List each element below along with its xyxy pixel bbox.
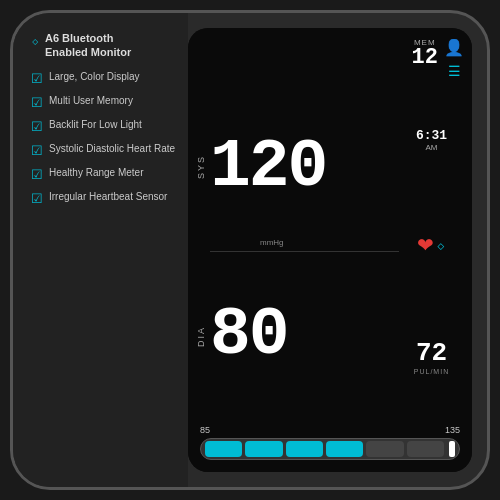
person-icon: 👤 — [444, 38, 464, 57]
list-icon: ☰ — [448, 63, 461, 79]
top-indicators: MEM 12 👤 ☰ — [196, 38, 464, 79]
dia-label: DIA — [196, 326, 206, 347]
right-readings: 6:31 AM ❤ ⬦ 72 PUL/MIN — [399, 83, 464, 419]
feature-healthy: ☑ Healthy Range Meter — [31, 166, 176, 182]
meter-seg-6 — [407, 441, 444, 457]
feature-text-1: Large, Color Display — [49, 70, 140, 84]
meter-bar — [200, 438, 460, 460]
check-icon-6: ☑ — [31, 191, 43, 206]
memory-box: MEM 12 — [412, 38, 438, 69]
brand-row: ⬦ A6 Bluetooth Enabled Monitor — [31, 31, 176, 60]
feature-readings: ☑ Systolic Diastolic Heart Rate — [31, 142, 176, 158]
meter-label-low: 85 — [200, 425, 210, 435]
meter-seg-2 — [245, 441, 282, 457]
systolic-section: 120 mmHg — [210, 83, 399, 252]
meter-seg-4 — [326, 441, 363, 457]
lcd-screen: MEM 12 👤 ☰ SYS DIA 120 — [188, 28, 472, 472]
bluetooth-icon: ⬦ — [31, 32, 39, 48]
meter-seg-1 — [205, 441, 242, 457]
feature-text-4: Systolic Diastolic Heart Rate — [49, 142, 175, 156]
display-panel: MEM 12 👤 ☰ SYS DIA 120 — [188, 28, 472, 472]
feature-text-6: Irregular Heartbeat Sensor — [49, 190, 167, 204]
pulse-value: 72 — [414, 338, 449, 368]
bluetooth-display-icon: ⬦ — [436, 236, 446, 254]
feature-heartbeat: ☑ Irregular Heartbeat Sensor — [31, 190, 176, 206]
meter-label-high: 135 — [445, 425, 460, 435]
check-icon-5: ☑ — [31, 167, 43, 182]
icon-column: 👤 ☰ — [444, 38, 464, 79]
heart-icon: ❤ — [417, 233, 434, 257]
time-display: 6:31 — [416, 128, 447, 143]
brand-title: A6 Bluetooth Enabled Monitor — [45, 31, 131, 60]
numbers-column: 120 mmHg 80 — [210, 83, 399, 419]
mmhg-label: mmHg — [260, 238, 284, 247]
range-meter: 85 135 — [196, 419, 464, 464]
systolic-value: 120 — [210, 133, 326, 201]
readings-area: SYS DIA 120 mmHg 80 6:31 — [196, 83, 464, 419]
feature-panel: ⬦ A6 Bluetooth Enabled Monitor ☑ Large, … — [13, 13, 188, 487]
am-label: AM — [416, 143, 447, 152]
heart-section: ❤ ⬦ — [417, 233, 446, 257]
feature-text-3: Backlit For Low Light — [49, 118, 142, 132]
sys-label: SYS — [196, 155, 206, 179]
feature-text-2: Multi User Memory — [49, 94, 133, 108]
meter-indicator — [449, 441, 455, 457]
time-box: 6:31 AM — [416, 128, 447, 152]
check-icon-3: ☑ — [31, 119, 43, 134]
meter-seg-5 — [366, 441, 403, 457]
diastolic-section: 80 — [210, 252, 399, 420]
diastolic-value: 80 — [210, 301, 288, 369]
blood-pressure-monitor: ⬦ A6 Bluetooth Enabled Monitor ☑ Large, … — [10, 10, 490, 490]
label-column: SYS DIA — [196, 83, 210, 419]
mem-value: 12 — [412, 47, 438, 69]
meter-seg-3 — [286, 441, 323, 457]
meter-labels: 85 135 — [200, 425, 460, 435]
feature-multi-user: ☑ Multi User Memory — [31, 94, 176, 110]
feature-text-5: Healthy Range Meter — [49, 166, 144, 180]
feature-large-display: ☑ Large, Color Display — [31, 70, 176, 86]
check-icon-4: ☑ — [31, 143, 43, 158]
feature-backlit: ☑ Backlit For Low Light — [31, 118, 176, 134]
check-icon-2: ☑ — [31, 95, 43, 110]
check-icon-1: ☑ — [31, 71, 43, 86]
pulse-box: 72 PUL/MIN — [414, 338, 449, 375]
pul-label: PUL/MIN — [414, 368, 449, 375]
